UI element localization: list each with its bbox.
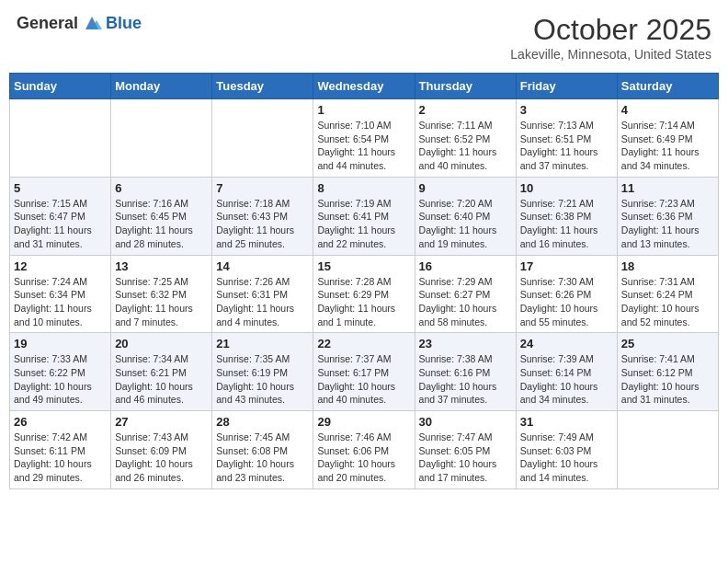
day-number: 5	[14, 181, 107, 195]
weekday-header-wednesday: Wednesday	[313, 74, 415, 99]
day-number: 20	[115, 337, 208, 350]
day-info: Sunrise: 7:19 AMSunset: 6:41 PMDaylight:…	[317, 197, 410, 251]
day-info: Sunrise: 7:31 AMSunset: 6:24 PMDaylight:…	[621, 275, 714, 329]
day-info: Sunrise: 7:35 AMSunset: 6:19 PMDaylight:…	[216, 352, 309, 407]
page-header: General Blue October 2025 Lakeville, Min…	[9, 9, 719, 65]
day-number: 11	[621, 181, 714, 195]
calendar-cell: 7Sunrise: 7:18 AMSunset: 6:43 PMDaylight…	[212, 177, 313, 255]
weekday-header-thursday: Thursday	[415, 74, 516, 99]
calendar-week-5: 26Sunrise: 7:42 AMSunset: 6:11 PMDayligh…	[10, 411, 719, 489]
day-number: 24	[520, 337, 613, 350]
day-info: Sunrise: 7:41 AMSunset: 6:12 PMDaylight:…	[621, 352, 714, 407]
day-info: Sunrise: 7:49 AMSunset: 6:03 PMDaylight:…	[520, 431, 613, 485]
day-info: Sunrise: 7:24 AMSunset: 6:34 PMDaylight:…	[14, 275, 107, 329]
calendar-cell: 20Sunrise: 7:34 AMSunset: 6:21 PMDayligh…	[111, 333, 212, 411]
calendar-week-2: 5Sunrise: 7:15 AMSunset: 6:47 PMDaylight…	[10, 177, 719, 255]
weekday-header-monday: Monday	[111, 74, 212, 99]
day-number: 2	[419, 103, 512, 117]
day-info: Sunrise: 7:47 AMSunset: 6:05 PMDaylight:…	[419, 431, 512, 485]
calendar-cell: 11Sunrise: 7:23 AMSunset: 6:36 PMDayligh…	[617, 177, 718, 255]
day-number: 28	[216, 415, 309, 429]
calendar-cell: 21Sunrise: 7:35 AMSunset: 6:19 PMDayligh…	[212, 333, 313, 411]
day-info: Sunrise: 7:45 AMSunset: 6:08 PMDaylight:…	[216, 431, 309, 485]
day-info: Sunrise: 7:10 AMSunset: 6:54 PMDaylight:…	[317, 119, 410, 173]
weekday-header-saturday: Saturday	[617, 74, 718, 99]
day-number: 7	[216, 181, 309, 195]
day-info: Sunrise: 7:14 AMSunset: 6:49 PMDaylight:…	[621, 119, 714, 173]
day-number: 1	[317, 103, 410, 117]
day-number: 21	[216, 337, 309, 350]
month-title: October 2025	[510, 13, 711, 47]
day-info: Sunrise: 7:20 AMSunset: 6:40 PMDaylight:…	[419, 197, 512, 251]
calendar-cell: 1Sunrise: 7:10 AMSunset: 6:54 PMDaylight…	[313, 99, 415, 178]
day-info: Sunrise: 7:46 AMSunset: 6:06 PMDaylight:…	[317, 431, 410, 485]
day-number: 17	[520, 259, 613, 273]
day-number: 9	[419, 181, 512, 195]
calendar-cell: 19Sunrise: 7:33 AMSunset: 6:22 PMDayligh…	[10, 333, 111, 411]
day-info: Sunrise: 7:18 AMSunset: 6:43 PMDaylight:…	[216, 197, 309, 251]
day-info: Sunrise: 7:21 AMSunset: 6:38 PMDaylight:…	[520, 197, 613, 251]
calendar-cell: 31Sunrise: 7:49 AMSunset: 6:03 PMDayligh…	[516, 411, 617, 489]
calendar-cell	[212, 99, 313, 178]
logo: General Blue	[17, 13, 142, 33]
day-number: 3	[520, 103, 613, 117]
day-number: 8	[317, 181, 410, 195]
calendar-cell	[111, 99, 212, 178]
day-info: Sunrise: 7:28 AMSunset: 6:29 PMDaylight:…	[317, 275, 410, 329]
day-number: 4	[621, 103, 714, 117]
logo-icon	[82, 13, 102, 33]
day-info: Sunrise: 7:11 AMSunset: 6:52 PMDaylight:…	[419, 119, 512, 173]
weekday-header-friday: Friday	[516, 74, 617, 99]
day-info: Sunrise: 7:30 AMSunset: 6:26 PMDaylight:…	[520, 275, 613, 329]
weekday-header-tuesday: Tuesday	[212, 74, 313, 99]
logo-general: General	[17, 14, 78, 33]
calendar-cell: 12Sunrise: 7:24 AMSunset: 6:34 PMDayligh…	[10, 255, 111, 333]
day-info: Sunrise: 7:34 AMSunset: 6:21 PMDaylight:…	[115, 352, 208, 407]
day-number: 16	[419, 259, 512, 273]
calendar-cell: 28Sunrise: 7:45 AMSunset: 6:08 PMDayligh…	[212, 411, 313, 489]
calendar-cell: 15Sunrise: 7:28 AMSunset: 6:29 PMDayligh…	[313, 255, 415, 333]
calendar-cell: 6Sunrise: 7:16 AMSunset: 6:45 PMDaylight…	[111, 177, 212, 255]
calendar-cell: 25Sunrise: 7:41 AMSunset: 6:12 PMDayligh…	[617, 333, 718, 411]
calendar-cell: 26Sunrise: 7:42 AMSunset: 6:11 PMDayligh…	[10, 411, 111, 489]
day-number: 19	[14, 337, 107, 350]
day-number: 31	[520, 415, 613, 429]
calendar-week-3: 12Sunrise: 7:24 AMSunset: 6:34 PMDayligh…	[10, 255, 719, 333]
calendar-cell: 10Sunrise: 7:21 AMSunset: 6:38 PMDayligh…	[516, 177, 617, 255]
location: Lakeville, Minnesota, United States	[510, 47, 711, 62]
weekday-header-row: SundayMondayTuesdayWednesdayThursdayFrid…	[10, 74, 719, 99]
day-info: Sunrise: 7:42 AMSunset: 6:11 PMDaylight:…	[14, 431, 107, 485]
weekday-header-sunday: Sunday	[10, 74, 111, 99]
calendar-week-1: 1Sunrise: 7:10 AMSunset: 6:54 PMDaylight…	[10, 99, 719, 178]
calendar-cell: 23Sunrise: 7:38 AMSunset: 6:16 PMDayligh…	[415, 333, 516, 411]
calendar-cell	[617, 411, 718, 489]
calendar-week-4: 19Sunrise: 7:33 AMSunset: 6:22 PMDayligh…	[10, 333, 719, 411]
day-number: 13	[115, 259, 208, 273]
calendar-cell: 2Sunrise: 7:11 AMSunset: 6:52 PMDaylight…	[415, 99, 516, 178]
day-info: Sunrise: 7:38 AMSunset: 6:16 PMDaylight:…	[419, 352, 512, 407]
calendar-cell: 30Sunrise: 7:47 AMSunset: 6:05 PMDayligh…	[415, 411, 516, 489]
day-info: Sunrise: 7:16 AMSunset: 6:45 PMDaylight:…	[115, 197, 208, 251]
calendar-cell: 9Sunrise: 7:20 AMSunset: 6:40 PMDaylight…	[415, 177, 516, 255]
calendar-table: SundayMondayTuesdayWednesdayThursdayFrid…	[9, 73, 719, 489]
logo-blue: Blue	[106, 14, 142, 33]
calendar-cell: 24Sunrise: 7:39 AMSunset: 6:14 PMDayligh…	[516, 333, 617, 411]
day-number: 27	[115, 415, 208, 429]
calendar-cell: 16Sunrise: 7:29 AMSunset: 6:27 PMDayligh…	[415, 255, 516, 333]
day-number: 30	[419, 415, 512, 429]
calendar-cell: 13Sunrise: 7:25 AMSunset: 6:32 PMDayligh…	[111, 255, 212, 333]
calendar-cell: 22Sunrise: 7:37 AMSunset: 6:17 PMDayligh…	[313, 333, 415, 411]
day-info: Sunrise: 7:15 AMSunset: 6:47 PMDaylight:…	[14, 197, 107, 251]
calendar-cell: 8Sunrise: 7:19 AMSunset: 6:41 PMDaylight…	[313, 177, 415, 255]
calendar-cell	[10, 99, 111, 178]
calendar-cell: 27Sunrise: 7:43 AMSunset: 6:09 PMDayligh…	[111, 411, 212, 489]
day-info: Sunrise: 7:39 AMSunset: 6:14 PMDaylight:…	[520, 352, 613, 407]
calendar-cell: 4Sunrise: 7:14 AMSunset: 6:49 PMDaylight…	[617, 99, 718, 178]
day-number: 22	[317, 337, 410, 350]
day-number: 15	[317, 259, 410, 273]
day-number: 6	[115, 181, 208, 195]
day-number: 23	[419, 337, 512, 350]
calendar-cell: 17Sunrise: 7:30 AMSunset: 6:26 PMDayligh…	[516, 255, 617, 333]
day-info: Sunrise: 7:26 AMSunset: 6:31 PMDaylight:…	[216, 275, 309, 329]
day-info: Sunrise: 7:37 AMSunset: 6:17 PMDaylight:…	[317, 352, 410, 407]
